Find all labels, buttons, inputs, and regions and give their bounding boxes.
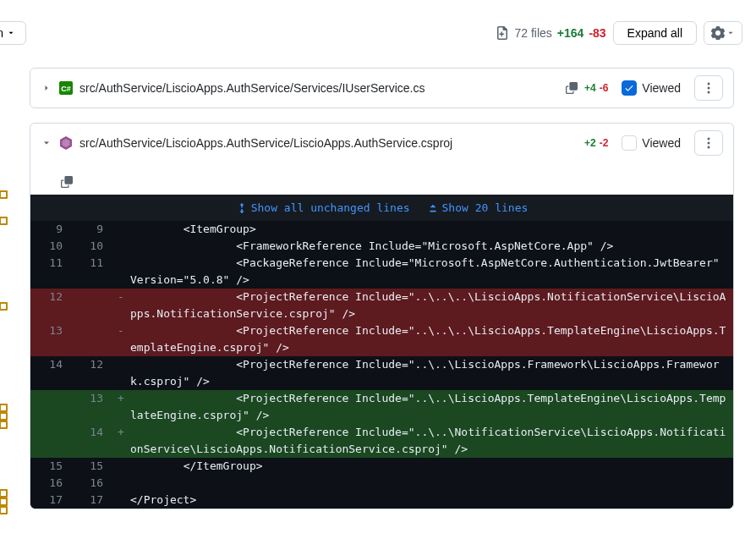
- svg-point-5: [708, 138, 710, 140]
- show-all-lines-link[interactable]: Show all unchanged lines: [236, 201, 410, 214]
- old-line-number: 14: [30, 356, 71, 390]
- diff-marker: [112, 238, 130, 255]
- diff-line[interactable]: 13- <ProjectReference Include="..\..\..\…: [30, 322, 733, 356]
- chevron-down-icon: [41, 138, 52, 148]
- file-count: 72 files: [514, 26, 551, 40]
- code-content: <ProjectReference Include="..\..\..\Lisc…: [130, 322, 733, 356]
- new-line-number: 17: [71, 492, 112, 509]
- csproj-file-icon: [59, 136, 73, 150]
- code-content: <ItemGroup>: [130, 221, 733, 238]
- version-label: version: [0, 26, 3, 40]
- kebab-icon: [702, 136, 715, 150]
- diff-marker: [112, 458, 130, 475]
- diff-marker: +: [112, 390, 130, 424]
- chevron-down-icon: [7, 29, 15, 37]
- new-line-number: [71, 289, 112, 322]
- diff-marker: [112, 255, 130, 289]
- svg-point-3: [708, 87, 710, 90]
- copy-path-button[interactable]: [61, 176, 723, 188]
- old-line-number: 15: [30, 458, 71, 475]
- old-line-number: 13: [30, 322, 71, 356]
- new-line-number: 11: [71, 255, 112, 289]
- diff-marker: -: [112, 322, 130, 356]
- diff-marker: [112, 221, 130, 238]
- comment-indicator[interactable]: [0, 217, 8, 225]
- total-deletions: -83: [589, 26, 605, 40]
- diff-line[interactable]: 14+ <ProjectReference Include="..\..\Not…: [30, 424, 733, 458]
- comment-indicator[interactable]: [0, 190, 8, 199]
- viewed-label: Viewed: [642, 81, 681, 95]
- diff-marker: [112, 356, 130, 390]
- show-20-lines-link[interactable]: Show 20 lines: [427, 201, 529, 214]
- hunk-header: Show all unchanged lines Show 20 lines: [30, 195, 733, 221]
- chevron-down-icon: [726, 29, 735, 37]
- check-icon: [624, 83, 634, 93]
- code-content: <ProjectReference Include="..\..\LiscioA…: [130, 356, 733, 390]
- expand-file-chevron[interactable]: [41, 83, 52, 93]
- new-line-number: [71, 322, 112, 356]
- file-diffstat: +2 -2: [584, 137, 608, 149]
- comment-indicator[interactable]: [0, 421, 8, 429]
- viewed-label: Viewed: [642, 136, 681, 150]
- unfold-icon: [236, 202, 248, 214]
- diff-line[interactable]: 1616: [30, 475, 733, 492]
- svg-point-2: [708, 83, 710, 85]
- comment-indicator[interactable]: [0, 302, 8, 311]
- comment-indicator[interactable]: [0, 412, 8, 421]
- old-line-number: 12: [30, 289, 71, 322]
- code-content: <ProjectReference Include="..\..\LiscioA…: [130, 390, 733, 424]
- expand-all-button[interactable]: Expand all: [613, 21, 697, 45]
- old-line-number: 16: [30, 475, 71, 492]
- version-dropdown[interactable]: version: [0, 21, 26, 45]
- diff-summary: 72 files +164 -83: [496, 26, 605, 40]
- comment-indicator[interactable]: [0, 489, 8, 498]
- csharp-file-icon: C#: [59, 81, 73, 95]
- file-diff-icon: [496, 26, 509, 40]
- diff-line[interactable]: 12- <ProjectReference Include="..\..\..\…: [30, 289, 733, 322]
- new-line-number: 9: [71, 221, 112, 238]
- comment-indicator[interactable]: [0, 404, 8, 412]
- file-deletions: -2: [600, 137, 609, 149]
- toolbar: version 72 files +164 -83 Expand all: [0, 21, 756, 45]
- file-header-collapsed: C# src/AuthService/LiscioApps.AuthServic…: [30, 68, 734, 108]
- file-deletions: -6: [600, 82, 609, 94]
- diff-line[interactable]: 13+ <ProjectReference Include="..\..\Lis…: [30, 390, 733, 424]
- diff-line[interactable]: 99 <ItemGroup>: [30, 221, 733, 238]
- viewed-checkbox[interactable]: [622, 80, 637, 96]
- code-content: <PackageReference Include="Microsoft.Asp…: [130, 255, 733, 289]
- diff-line[interactable]: 1717</Project>: [30, 492, 733, 509]
- diff-line[interactable]: 1515 </ItemGroup>: [30, 458, 733, 475]
- file-menu-button[interactable]: [694, 130, 723, 156]
- settings-button[interactable]: [704, 21, 742, 45]
- diff-line[interactable]: 1412 <ProjectReference Include="..\..\Li…: [30, 356, 733, 390]
- code-content: </ItemGroup>: [130, 458, 733, 475]
- diff-content: Show all unchanged lines Show 20 lines 9…: [30, 195, 733, 509]
- comment-indicator[interactable]: [0, 498, 8, 506]
- viewed-checkbox[interactable]: [622, 135, 637, 151]
- old-line-number: [30, 390, 71, 424]
- file-path[interactable]: src/AuthService/LiscioApps.AuthService/L…: [79, 136, 578, 150]
- diff-marker: [112, 492, 130, 509]
- diff-marker: -: [112, 289, 130, 322]
- new-line-number: 13: [71, 390, 112, 424]
- code-content: <FrameworkReference Include="Microsoft.A…: [130, 238, 733, 255]
- collapse-file-chevron[interactable]: [41, 138, 52, 148]
- code-content: </Project>: [130, 492, 733, 509]
- svg-point-4: [708, 91, 710, 94]
- file-header-expanded: src/AuthService/LiscioApps.AuthService/L…: [30, 123, 734, 509]
- kebab-icon: [702, 81, 715, 95]
- old-line-number: 11: [30, 255, 71, 289]
- copy-path-button[interactable]: [566, 82, 578, 94]
- comment-indicator[interactable]: [0, 506, 8, 514]
- file-path[interactable]: src/AuthService/LiscioApps.AuthService/S…: [79, 81, 556, 95]
- new-line-number: 16: [71, 475, 112, 492]
- diff-line[interactable]: 1111 <PackageReference Include="Microsof…: [30, 255, 733, 289]
- diff-line[interactable]: 1010 <FrameworkReference Include="Micros…: [30, 238, 733, 255]
- old-line-number: 9: [30, 221, 71, 238]
- copy-icon: [61, 176, 73, 188]
- gear-icon: [711, 26, 725, 40]
- file-menu-button[interactable]: [694, 75, 723, 101]
- svg-text:C#: C#: [61, 85, 71, 93]
- diff-marker: +: [112, 424, 130, 458]
- new-line-number: 14: [71, 424, 112, 458]
